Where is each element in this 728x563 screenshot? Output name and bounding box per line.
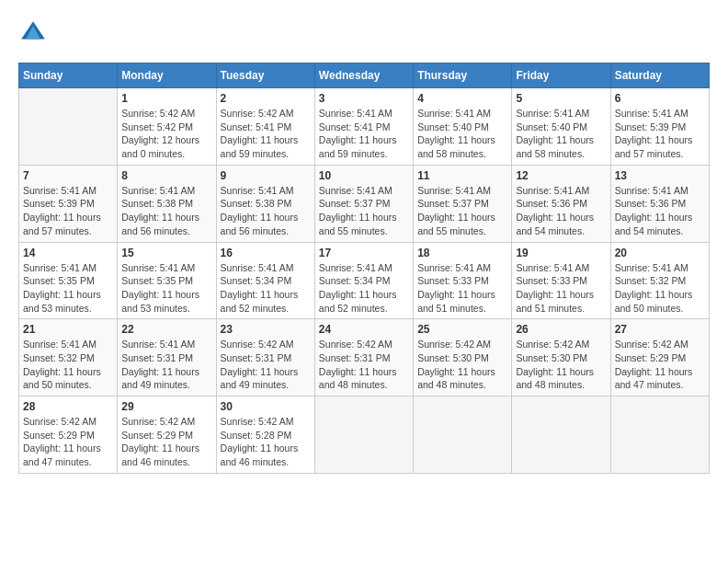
day-number: 5 xyxy=(516,92,606,105)
day-info: Sunrise: 5:41 AM Sunset: 5:39 PM Dayligh… xyxy=(615,107,705,161)
day-number: 29 xyxy=(121,400,211,413)
header-thursday: Thursday xyxy=(414,63,512,88)
day-info: Sunrise: 5:42 AM Sunset: 5:31 PM Dayligh… xyxy=(221,338,311,392)
table-row: 16Sunrise: 5:41 AM Sunset: 5:34 PM Dayli… xyxy=(216,242,314,319)
table-row: 29Sunrise: 5:42 AM Sunset: 5:29 PM Dayli… xyxy=(118,396,216,474)
table-row: 11Sunrise: 5:41 AM Sunset: 5:37 PM Dayli… xyxy=(414,165,512,242)
calendar-week-row: 21Sunrise: 5:41 AM Sunset: 5:32 PM Dayli… xyxy=(19,319,710,396)
table-row: 26Sunrise: 5:42 AM Sunset: 5:30 PM Dayli… xyxy=(512,319,610,396)
day-number: 14 xyxy=(23,247,113,259)
table-row: 14Sunrise: 5:41 AM Sunset: 5:35 PM Dayli… xyxy=(19,242,118,319)
day-number: 11 xyxy=(417,169,507,182)
day-number: 1 xyxy=(121,92,211,105)
day-info: Sunrise: 5:42 AM Sunset: 5:30 PM Dayligh… xyxy=(417,338,507,392)
day-number: 16 xyxy=(221,247,311,259)
day-number: 9 xyxy=(221,169,311,182)
table-row: 30Sunrise: 5:42 AM Sunset: 5:28 PM Dayli… xyxy=(216,396,314,474)
day-info: Sunrise: 5:41 AM Sunset: 5:38 PM Dayligh… xyxy=(221,184,311,238)
day-number: 18 xyxy=(417,247,507,259)
day-info: Sunrise: 5:41 AM Sunset: 5:40 PM Dayligh… xyxy=(516,107,606,161)
day-info: Sunrise: 5:41 AM Sunset: 5:37 PM Dayligh… xyxy=(417,184,507,238)
header-wednesday: Wednesday xyxy=(314,63,413,88)
day-info: Sunrise: 5:42 AM Sunset: 5:28 PM Dayligh… xyxy=(221,415,311,469)
day-info: Sunrise: 5:41 AM Sunset: 5:32 PM Dayligh… xyxy=(23,338,113,392)
day-number: 8 xyxy=(121,169,211,182)
day-info: Sunrise: 5:41 AM Sunset: 5:31 PM Dayligh… xyxy=(121,338,211,392)
day-number: 17 xyxy=(319,247,409,259)
table-row: 13Sunrise: 5:41 AM Sunset: 5:36 PM Dayli… xyxy=(610,165,709,242)
day-number: 25 xyxy=(417,323,507,336)
day-info: Sunrise: 5:41 AM Sunset: 5:39 PM Dayligh… xyxy=(23,184,113,238)
table-row: 15Sunrise: 5:41 AM Sunset: 5:35 PM Dayli… xyxy=(118,242,216,319)
day-info: Sunrise: 5:42 AM Sunset: 5:41 PM Dayligh… xyxy=(221,107,311,161)
day-number: 10 xyxy=(319,169,409,182)
day-number: 7 xyxy=(23,169,113,182)
day-number: 30 xyxy=(221,400,311,413)
day-number: 22 xyxy=(121,323,211,336)
table-row: 2Sunrise: 5:42 AM Sunset: 5:41 PM Daylig… xyxy=(216,88,314,166)
day-number: 27 xyxy=(615,323,705,336)
day-info: Sunrise: 5:41 AM Sunset: 5:41 PM Dayligh… xyxy=(319,107,409,161)
table-row: 22Sunrise: 5:41 AM Sunset: 5:31 PM Dayli… xyxy=(118,319,216,396)
day-info: Sunrise: 5:42 AM Sunset: 5:30 PM Dayligh… xyxy=(516,338,606,392)
day-info: Sunrise: 5:41 AM Sunset: 5:40 PM Dayligh… xyxy=(417,107,507,161)
table-row: 4Sunrise: 5:41 AM Sunset: 5:40 PM Daylig… xyxy=(414,88,512,166)
calendar-week-row: 28Sunrise: 5:42 AM Sunset: 5:29 PM Dayli… xyxy=(19,396,710,474)
header-sunday: Sunday xyxy=(19,63,118,88)
day-info: Sunrise: 5:41 AM Sunset: 5:35 PM Dayligh… xyxy=(121,261,211,316)
day-number: 12 xyxy=(516,169,606,182)
day-info: Sunrise: 5:41 AM Sunset: 5:33 PM Dayligh… xyxy=(417,261,507,316)
calendar-week-row: 14Sunrise: 5:41 AM Sunset: 5:35 PM Dayli… xyxy=(19,242,710,319)
day-number: 6 xyxy=(615,92,705,105)
day-info: Sunrise: 5:41 AM Sunset: 5:36 PM Dayligh… xyxy=(516,184,606,238)
table-row: 23Sunrise: 5:42 AM Sunset: 5:31 PM Dayli… xyxy=(216,319,314,396)
table-row: 19Sunrise: 5:41 AM Sunset: 5:33 PM Dayli… xyxy=(512,242,610,319)
header-friday: Friday xyxy=(512,63,610,88)
day-info: Sunrise: 5:41 AM Sunset: 5:34 PM Dayligh… xyxy=(221,261,311,316)
day-number: 3 xyxy=(319,92,409,105)
table-row: 24Sunrise: 5:42 AM Sunset: 5:31 PM Dayli… xyxy=(314,319,413,396)
day-number: 23 xyxy=(221,323,311,336)
header-saturday: Saturday xyxy=(610,63,709,88)
table-row: 3Sunrise: 5:41 AM Sunset: 5:41 PM Daylig… xyxy=(314,88,413,166)
table-row xyxy=(610,396,709,474)
table-row: 10Sunrise: 5:41 AM Sunset: 5:37 PM Dayli… xyxy=(314,165,413,242)
day-number: 4 xyxy=(417,92,507,105)
table-row xyxy=(19,88,118,166)
day-info: Sunrise: 5:41 AM Sunset: 5:36 PM Dayligh… xyxy=(615,184,705,238)
days-header-row: Sunday Monday Tuesday Wednesday Thursday… xyxy=(19,63,710,88)
table-row xyxy=(314,396,413,474)
day-info: Sunrise: 5:42 AM Sunset: 5:42 PM Dayligh… xyxy=(121,107,211,161)
calendar-table: Sunday Monday Tuesday Wednesday Thursday… xyxy=(18,63,710,474)
table-row: 25Sunrise: 5:42 AM Sunset: 5:30 PM Dayli… xyxy=(414,319,512,396)
day-info: Sunrise: 5:41 AM Sunset: 5:34 PM Dayligh… xyxy=(319,261,409,316)
table-row: 1Sunrise: 5:42 AM Sunset: 5:42 PM Daylig… xyxy=(118,88,216,166)
day-number: 20 xyxy=(615,247,705,259)
day-number: 13 xyxy=(615,169,705,182)
table-row xyxy=(512,396,610,474)
header-monday: Monday xyxy=(118,63,216,88)
table-row: 28Sunrise: 5:42 AM Sunset: 5:29 PM Dayli… xyxy=(19,396,118,474)
logo-icon xyxy=(18,18,48,48)
table-row: 7Sunrise: 5:41 AM Sunset: 5:39 PM Daylig… xyxy=(19,165,118,242)
day-info: Sunrise: 5:41 AM Sunset: 5:35 PM Dayligh… xyxy=(23,261,113,316)
logo xyxy=(18,18,51,48)
table-row: 5Sunrise: 5:41 AM Sunset: 5:40 PM Daylig… xyxy=(512,88,610,166)
table-row: 27Sunrise: 5:42 AM Sunset: 5:29 PM Dayli… xyxy=(610,319,709,396)
day-info: Sunrise: 5:41 AM Sunset: 5:38 PM Dayligh… xyxy=(121,184,211,238)
table-row: 12Sunrise: 5:41 AM Sunset: 5:36 PM Dayli… xyxy=(512,165,610,242)
table-row: 17Sunrise: 5:41 AM Sunset: 5:34 PM Dayli… xyxy=(314,242,413,319)
day-number: 26 xyxy=(516,323,606,336)
day-number: 21 xyxy=(23,323,113,336)
calendar-body: 1Sunrise: 5:42 AM Sunset: 5:42 PM Daylig… xyxy=(19,88,710,474)
day-info: Sunrise: 5:41 AM Sunset: 5:37 PM Dayligh… xyxy=(319,184,409,238)
day-info: Sunrise: 5:41 AM Sunset: 5:33 PM Dayligh… xyxy=(516,261,606,316)
day-info: Sunrise: 5:42 AM Sunset: 5:29 PM Dayligh… xyxy=(23,415,113,469)
day-number: 15 xyxy=(121,247,211,259)
table-row: 8Sunrise: 5:41 AM Sunset: 5:38 PM Daylig… xyxy=(118,165,216,242)
day-number: 2 xyxy=(221,92,311,105)
day-number: 28 xyxy=(23,400,113,413)
day-number: 19 xyxy=(516,247,606,259)
table-row: 20Sunrise: 5:41 AM Sunset: 5:32 PM Dayli… xyxy=(610,242,709,319)
header-tuesday: Tuesday xyxy=(216,63,314,88)
